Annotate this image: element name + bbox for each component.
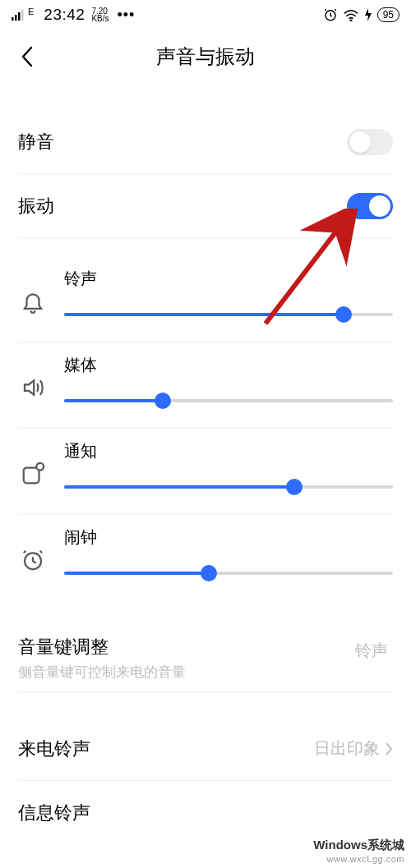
notification-icon (18, 440, 48, 489)
wifi-icon (343, 8, 359, 21)
status-bar: E 23:42 7.20 KB/s ••• 95 (0, 0, 411, 28)
svg-point-7 (36, 463, 44, 471)
media-slider[interactable] (64, 399, 393, 402)
net-speed: 7.20 KB/s (91, 7, 109, 22)
clock-icon (18, 526, 48, 576)
alarm-slider[interactable] (64, 572, 393, 575)
chevron-left-icon (21, 46, 34, 67)
watermark: Windows系统城 www.wxcLgg.com (313, 837, 404, 865)
slider-row-alarm: 闹钟 (18, 515, 393, 600)
volume-key-label: 音量键调整 (18, 635, 186, 659)
row-message-ringtone[interactable]: 信息铃声 (18, 781, 393, 845)
ringtone-slider[interactable] (64, 313, 393, 316)
vibrate-toggle[interactable] (347, 193, 393, 219)
alarm-clock-icon (323, 7, 338, 22)
row-mute[interactable]: 静音 (18, 110, 393, 174)
svg-rect-6 (24, 468, 39, 484)
more-icon: ••• (118, 7, 136, 24)
speaker-icon (18, 354, 48, 403)
clock: 23:42 (44, 6, 85, 24)
incoming-ringtone-value: 日出印象 (314, 737, 380, 760)
bell-icon (18, 268, 48, 317)
ringtone-slider-label: 铃声 (64, 268, 393, 290)
slider-row-ringtone: 铃声 (18, 256, 393, 342)
page-title: 声音与振动 (0, 44, 411, 70)
row-incoming-ringtone[interactable]: 来电铃声 日出印象 (18, 717, 393, 781)
row-vibrate[interactable]: 振动 (18, 174, 393, 238)
message-ringtone-label: 信息铃声 (18, 801, 90, 825)
row-volume-key[interactable]: 音量键调整 侧音量键可控制来电的音量 铃声 (18, 625, 393, 692)
volume-key-value: 铃声 (355, 640, 388, 662)
slider-row-media: 媒体 (18, 342, 393, 429)
network-type: E (28, 7, 34, 16)
svg-rect-0 (12, 17, 14, 21)
page-header: 声音与振动 (0, 28, 411, 85)
mute-label: 静音 (18, 130, 54, 154)
mute-toggle[interactable] (347, 129, 393, 155)
vibrate-label: 振动 (18, 194, 54, 218)
svg-rect-1 (15, 15, 17, 21)
media-slider-label: 媒体 (64, 354, 393, 376)
chevron-right-icon (385, 742, 393, 756)
notification-slider[interactable] (64, 485, 393, 489)
notification-slider-label: 通知 (64, 440, 393, 462)
svg-rect-3 (21, 10, 24, 21)
back-button[interactable] (15, 44, 39, 69)
volume-key-sub: 侧音量键可控制来电的音量 (18, 663, 186, 682)
charging-icon (364, 8, 372, 21)
incoming-ringtone-label: 来电铃声 (18, 737, 90, 761)
battery-indicator: 95 (377, 7, 399, 22)
alarm-slider-label: 闹钟 (64, 526, 393, 549)
slider-row-notification: 通知 (18, 429, 393, 515)
signal-icon (12, 9, 26, 21)
svg-rect-2 (18, 12, 21, 21)
svg-point-5 (350, 20, 352, 21)
